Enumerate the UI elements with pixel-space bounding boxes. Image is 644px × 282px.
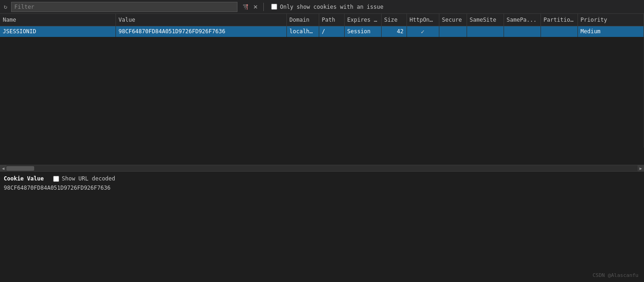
- col-header-expires[interactable]: Expires ...: [344, 14, 381, 26]
- cell-size: 42: [381, 26, 407, 37]
- httponly-checkmark: ✓: [421, 28, 425, 35]
- col-header-httponly[interactable]: HttpOnly: [407, 14, 439, 26]
- table-row-empty-4: [0, 70, 644, 81]
- cell-path: /: [319, 26, 344, 37]
- scroll-left-arrow[interactable]: ◀: [0, 165, 6, 172]
- cookie-value-header: Cookie Value Show URL decoded: [4, 175, 640, 182]
- header-row: Name Value Domain Path Expires ... Size …: [0, 14, 644, 26]
- table-row-empty-10: [0, 137, 644, 148]
- col-header-size[interactable]: Size: [381, 14, 407, 26]
- show-cookies-issue-checkbox[interactable]: [271, 4, 277, 10]
- toolbar-separator: [263, 3, 264, 11]
- scroll-track[interactable]: [6, 165, 638, 171]
- col-header-priority[interactable]: Priority: [577, 14, 644, 26]
- show-url-decoded-checkbox[interactable]: [53, 176, 59, 182]
- table-row-empty-8: [0, 114, 644, 126]
- col-header-samesite[interactable]: SameSite: [467, 14, 504, 26]
- col-header-secure[interactable]: Secure: [439, 14, 467, 26]
- toolbar: ↻ × Only show cookies with an issue: [0, 0, 644, 14]
- cell-expires: Session: [344, 26, 381, 37]
- cookie-table: Name Value Domain Path Expires ... Size …: [0, 14, 644, 148]
- cell-samesite: [467, 26, 504, 37]
- table-row-empty-7: [0, 103, 644, 114]
- cell-secure: [439, 26, 467, 37]
- refresh-icon[interactable]: ↻: [2, 3, 9, 11]
- filter-input[interactable]: [11, 2, 237, 12]
- col-header-name[interactable]: Name: [0, 14, 115, 26]
- table-row-empty-2: [0, 48, 644, 59]
- cookie-value-title: Cookie Value: [4, 175, 44, 182]
- cookie-value-panel: Cookie Value Show URL decoded 98CF64870F…: [0, 171, 644, 282]
- cookie-value-content: 98CF64870FD84A051D9726FD926F7636: [4, 185, 640, 191]
- table-row-empty-5: [0, 81, 644, 92]
- show-cookies-issue-text: Only show cookies with an issue: [280, 4, 383, 10]
- filter-settings-icon[interactable]: [241, 3, 249, 11]
- table-row-empty-6: [0, 92, 644, 103]
- clear-icon[interactable]: ×: [251, 3, 260, 11]
- cell-value: 98CF64870FD84A051D9726FD926F7636: [115, 26, 286, 37]
- col-header-samepa[interactable]: SamePa...: [504, 14, 541, 26]
- col-header-domain[interactable]: Domain: [286, 14, 319, 26]
- cell-samepa: [504, 26, 541, 37]
- cell-httponly: ✓: [407, 26, 439, 37]
- cell-domain: localhost: [286, 26, 319, 37]
- watermark: CSDN @Alascanfu: [593, 272, 638, 278]
- col-header-value[interactable]: Value: [115, 14, 286, 26]
- scroll-right-arrow[interactable]: ▶: [638, 165, 644, 172]
- scroll-thumb[interactable]: [6, 166, 34, 171]
- show-url-decoded-text: Show URL decoded: [62, 175, 115, 182]
- col-header-partitio[interactable]: Partitio...: [541, 14, 577, 26]
- horizontal-scrollbar[interactable]: ◀ ▶: [0, 165, 644, 171]
- table-row-empty-3: [0, 59, 644, 70]
- cell-priority: Medium: [577, 26, 644, 37]
- table-header: Name Value Domain Path Expires ... Size …: [0, 14, 644, 26]
- table-row[interactable]: JSESSIONID 98CF64870FD84A051D9726FD926F7…: [0, 26, 644, 37]
- show-cookies-issue-label[interactable]: Only show cookies with an issue: [271, 4, 383, 10]
- table-row-empty-9: [0, 126, 644, 137]
- show-url-decoded-label[interactable]: Show URL decoded: [53, 175, 115, 182]
- table-scroll[interactable]: Name Value Domain Path Expires ... Size …: [0, 14, 644, 165]
- col-header-path[interactable]: Path: [319, 14, 344, 26]
- cell-name: JSESSIONID: [0, 26, 115, 37]
- toolbar-icons: ×: [241, 3, 260, 11]
- table-body: JSESSIONID 98CF64870FD84A051D9726FD926F7…: [0, 26, 644, 148]
- cell-partitio: [541, 26, 577, 37]
- table-row-empty-1: [0, 37, 644, 48]
- table-area: Name Value Domain Path Expires ... Size …: [0, 14, 644, 171]
